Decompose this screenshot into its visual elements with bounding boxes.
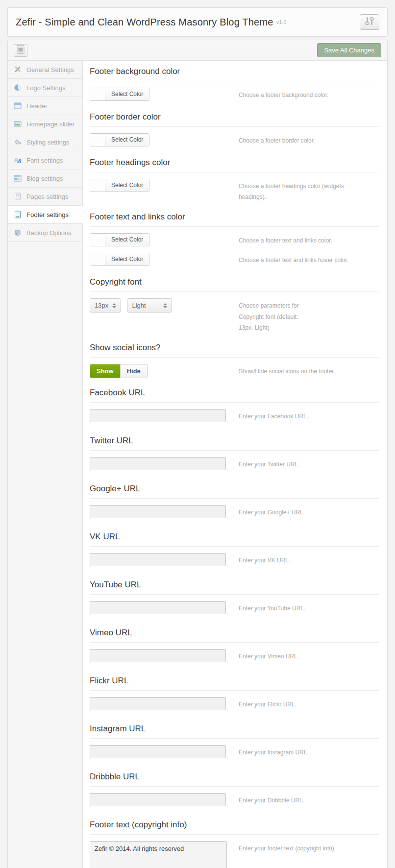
section-footer-border-color: Footer border color Select Color Choose …: [90, 112, 379, 148]
layout-toggle-button[interactable]: [14, 44, 27, 57]
divider: [90, 594, 379, 595]
sidebar-item-pages-settings[interactable]: Pages settings: [8, 188, 82, 206]
show-toggle-button[interactable]: Show: [90, 364, 120, 378]
field-description: Enter your Dribbble URL.: [239, 793, 304, 806]
sidebar-item-header[interactable]: Header: [8, 97, 82, 115]
section-title: Footer background color: [90, 67, 379, 76]
section-title: Copyright font: [90, 277, 379, 287]
field-description: Choose a footer border color.: [239, 133, 315, 146]
theme-header: Zefir - Simple and Clean WordPress Mason…: [7, 7, 388, 37]
logo-icon: [14, 84, 22, 92]
twitter-url-input[interactable]: [90, 457, 226, 470]
copyright-font-size-select[interactable]: 13px: [90, 298, 121, 313]
field-description: Enter your Instagram URL.: [239, 745, 309, 758]
sidebar-item-homepage-slider[interactable]: Homepage slider: [8, 115, 82, 133]
section-title: YouTube URL: [90, 580, 379, 590]
divider: [90, 546, 379, 547]
sliders-icon: [364, 16, 375, 28]
divider: [90, 81, 379, 81]
footer-headings-color-picker[interactable]: Select Color: [90, 179, 149, 192]
section-title: Footer text and links color: [90, 212, 379, 222]
section-show-social-icons: Show social icons? Show Hide Show/Hide s…: [90, 343, 379, 378]
social-icons-toggle: Show Hide: [90, 364, 148, 378]
sidebar-item-footer-settings[interactable]: Footer settings: [8, 206, 83, 224]
footer-background-color-picker[interactable]: Select Color: [90, 88, 149, 101]
section-title: Footer headings color: [90, 158, 379, 168]
section-title: VK URL: [90, 532, 379, 542]
section-googleplus-url: Google+ URL Enter your Google+ URL.: [90, 484, 379, 518]
field-description: Enter your Facebook URL.: [239, 409, 308, 422]
select-arrows-icon: [112, 303, 116, 308]
paint-icon: [14, 138, 22, 146]
svg-text:A: A: [17, 158, 22, 164]
layout-icon: [17, 45, 25, 56]
field-description: Choose a footer text and links hover col…: [239, 253, 348, 265]
googleplus-url-input[interactable]: [90, 505, 226, 518]
panel-body: General Settings Logo Settings: [8, 61, 387, 868]
section-footer-text-links-color: Footer text and links color Select Color…: [90, 212, 379, 267]
divider: [90, 226, 379, 227]
sidebar-item-styling-settings[interactable]: Styling settings: [8, 133, 82, 151]
sidebar-item-label: Font settings: [26, 157, 63, 164]
color-swatch: [90, 134, 105, 146]
divider: [90, 786, 379, 787]
divider: [90, 357, 379, 358]
field-description: Enter your footer text (copyright info): [239, 841, 334, 854]
sidebar-item-general-settings[interactable]: General Settings: [8, 61, 82, 79]
divider: [90, 172, 379, 172]
footer-text-hover-color-picker[interactable]: Select Color: [90, 253, 149, 266]
field-description: Show/Hide social icons on the footer.: [239, 364, 335, 377]
sidebar-item-label: Styling settings: [26, 139, 69, 146]
color-swatch: [90, 88, 105, 100]
page: Zefir - Simple and Clean WordPress Mason…: [0, 0, 395, 868]
footer-border-color-picker[interactable]: Select Color: [90, 133, 149, 146]
vimeo-url-input[interactable]: [90, 649, 226, 662]
section-twitter-url: Twitter URL Enter your Twitter URL.: [90, 436, 379, 470]
save-all-changes-top-button[interactable]: Save All Changes: [317, 43, 381, 57]
section-facebook-url: Facebook URL Enter your Facebook URL.: [90, 388, 379, 422]
settings-sidebar: General Settings Logo Settings: [8, 61, 83, 868]
section-footer-text: Footer text (copyright info) Zefir © 201…: [90, 820, 379, 868]
copyright-font-weight-select[interactable]: Light: [127, 298, 172, 313]
sidebar-item-logo-settings[interactable]: Logo Settings: [8, 79, 82, 97]
section-title: Google+ URL: [90, 484, 379, 494]
section-dribbble-url: Dribbble URL Enter your Dribbble URL.: [90, 772, 379, 806]
youtube-url-input[interactable]: [90, 601, 226, 614]
sidebar-item-label: Footer settings: [26, 211, 69, 218]
footer-text-color-picker[interactable]: Select Color: [90, 233, 149, 246]
footer-text-textarea[interactable]: Zefir © 2014. All rights reserved: [90, 841, 227, 868]
version-label: v1.0: [276, 19, 287, 25]
divider: [90, 642, 379, 643]
footer-icon: [14, 211, 22, 218]
facebook-url-input[interactable]: [90, 409, 226, 422]
section-title: Vimeo URL: [90, 628, 379, 638]
instagram-url-input[interactable]: [90, 745, 226, 758]
field-description: Choose a footer background color.: [239, 88, 328, 100]
theme-options-button[interactable]: [360, 14, 379, 30]
sidebar-item-label: Blog settings: [26, 175, 63, 182]
slider-icon: [14, 120, 22, 128]
blog-icon: [14, 174, 22, 182]
section-title: Facebook URL: [90, 388, 379, 398]
dribbble-url-input[interactable]: [90, 793, 226, 806]
sidebar-item-label: Backup Options: [26, 229, 72, 237]
select-arrows-icon: [163, 303, 167, 308]
tools-icon: [14, 66, 22, 73]
field-description: Enter your Vimeo URL.: [239, 649, 299, 662]
sidebar-item-label: Header: [26, 102, 48, 110]
select-color-label: Select Color: [105, 253, 149, 265]
font-size-value: 13px: [95, 302, 108, 309]
section-vk-url: VK URL Enter your VK URL.: [90, 532, 379, 566]
sidebar-item-backup-options[interactable]: Backup Options: [8, 224, 82, 242]
section-flickr-url: Flickr URL Enter your Flickr URL.: [90, 676, 379, 710]
section-title: Dribbble URL: [90, 772, 379, 782]
sidebar-item-label: General Settings: [26, 66, 74, 73]
flickr-url-input[interactable]: [90, 697, 226, 710]
hide-toggle-button[interactable]: Hide: [120, 364, 147, 378]
font-icon: A A: [14, 156, 22, 164]
field-description: Enter your Google+ URL.: [239, 505, 305, 518]
sidebar-item-font-settings[interactable]: A A Font settings: [8, 151, 82, 169]
vk-url-input[interactable]: [90, 553, 226, 566]
sidebar-item-blog-settings[interactable]: Blog settings: [8, 169, 82, 188]
section-copyright-font: Copyright font 13px Light: [90, 277, 379, 333]
